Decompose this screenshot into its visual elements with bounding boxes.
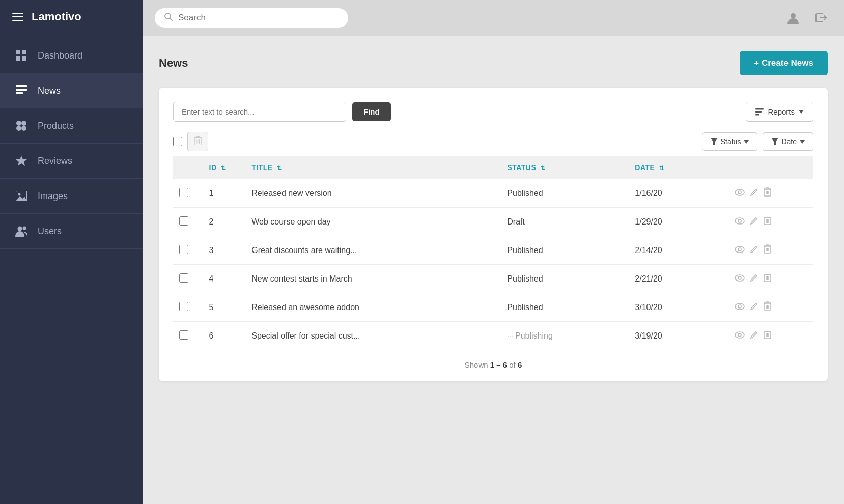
svg-rect-20 bbox=[755, 108, 764, 110]
row-checkbox[interactable] bbox=[179, 188, 188, 197]
svg-point-53 bbox=[738, 248, 741, 251]
svg-point-52 bbox=[735, 246, 744, 253]
reports-label: Reports bbox=[768, 107, 795, 116]
news-card: Find Reports Status bbox=[159, 88, 828, 381]
svg-point-13 bbox=[18, 193, 21, 196]
col-actions-header bbox=[728, 156, 813, 179]
status-filter-button[interactable]: Status bbox=[702, 132, 758, 151]
col-date-header[interactable]: DATE ⇅ bbox=[629, 156, 728, 179]
table-row: 5Released an awesome addonPublished3/10/… bbox=[173, 293, 813, 322]
svg-rect-29 bbox=[196, 136, 200, 137]
row-checkbox[interactable] bbox=[179, 273, 188, 283]
svg-point-79 bbox=[735, 332, 744, 338]
title-sort-icon: ⇅ bbox=[277, 165, 282, 171]
status-sort-icon: ⇅ bbox=[541, 165, 546, 171]
users-icon bbox=[14, 224, 29, 238]
sidebar-item-users[interactable]: Users bbox=[0, 214, 143, 249]
svg-marker-33 bbox=[800, 140, 805, 144]
svg-point-70 bbox=[735, 303, 744, 310]
svg-marker-11 bbox=[16, 156, 27, 166]
table-row: 4New contest starts in MarchPublished2/2… bbox=[173, 265, 813, 293]
topbar-search-input[interactable] bbox=[178, 13, 339, 23]
delete-icon[interactable] bbox=[764, 244, 771, 256]
sidebar-item-products[interactable]: Products bbox=[0, 108, 143, 144]
edit-icon[interactable] bbox=[750, 245, 758, 256]
svg-line-18 bbox=[170, 18, 173, 21]
row-id: 3 bbox=[203, 236, 246, 265]
row-checkbox[interactable] bbox=[179, 245, 188, 254]
sidebar-item-news[interactable]: News bbox=[0, 73, 143, 108]
svg-rect-26 bbox=[198, 139, 199, 144]
svg-line-63 bbox=[756, 275, 757, 276]
svg-marker-14 bbox=[16, 196, 27, 201]
table-row: 2Web course open dayDraft1/29/20 bbox=[173, 208, 813, 236]
svg-point-15 bbox=[18, 227, 22, 231]
table-row: 1Released new versionPublished1/16/20 bbox=[173, 179, 813, 208]
sidebar-item-images[interactable]: Images bbox=[0, 179, 143, 214]
sidebar-item-reviews[interactable]: Reviews bbox=[0, 144, 143, 179]
filter-search-input[interactable] bbox=[173, 102, 346, 122]
delete-icon[interactable] bbox=[764, 187, 771, 199]
row-title: Special offer for special cust... bbox=[245, 322, 501, 350]
svg-point-80 bbox=[738, 333, 741, 337]
sidebar-item-products-label: Products bbox=[38, 121, 74, 131]
edit-icon[interactable] bbox=[750, 188, 758, 199]
date-filter-label: Date bbox=[781, 137, 797, 146]
row-id: 5 bbox=[203, 293, 246, 322]
col-check-header bbox=[173, 156, 203, 179]
sidebar-item-users-label: Users bbox=[38, 226, 62, 237]
row-actions bbox=[728, 265, 813, 293]
id-sort-icon: ⇅ bbox=[221, 165, 226, 171]
svg-point-7 bbox=[16, 121, 21, 126]
row-status: Published bbox=[501, 236, 629, 265]
svg-point-8 bbox=[21, 121, 26, 126]
col-title-header[interactable]: TITLE ⇅ bbox=[245, 156, 501, 179]
create-news-button[interactable]: + Create News bbox=[740, 51, 828, 75]
search-icon bbox=[164, 12, 173, 24]
col-id-header[interactable]: ID ⇅ bbox=[203, 156, 246, 179]
table-row: 3Great discounts are waiting...Published… bbox=[173, 236, 813, 265]
logout-icon[interactable] bbox=[811, 8, 832, 28]
svg-point-34 bbox=[735, 189, 744, 195]
edit-icon[interactable] bbox=[750, 216, 758, 228]
edit-icon[interactable] bbox=[750, 302, 758, 313]
svg-rect-27 bbox=[199, 139, 200, 144]
news-table: ID ⇅ TITLE ⇅ STATUS ⇅ DATE bbox=[173, 156, 813, 350]
date-filter-button[interactable]: Date bbox=[763, 132, 813, 151]
svg-point-43 bbox=[735, 218, 744, 224]
reports-button[interactable]: Reports bbox=[746, 102, 813, 122]
row-checkbox[interactable] bbox=[179, 302, 188, 311]
row-checkbox[interactable] bbox=[179, 216, 188, 226]
row-status: Draft bbox=[501, 208, 629, 236]
edit-icon[interactable] bbox=[750, 273, 758, 285]
row-checkbox[interactable] bbox=[179, 330, 188, 340]
sidebar-item-dashboard[interactable]: Dashboard bbox=[0, 38, 143, 73]
delete-icon[interactable] bbox=[764, 216, 771, 228]
user-icon[interactable] bbox=[783, 8, 803, 28]
search-wrapper bbox=[155, 8, 348, 28]
view-icon[interactable] bbox=[735, 274, 745, 284]
delete-icon[interactable] bbox=[764, 301, 771, 313]
view-icon[interactable] bbox=[735, 188, 745, 199]
sidebar-logo: Lamotivo bbox=[0, 0, 143, 34]
svg-line-81 bbox=[756, 332, 757, 333]
svg-line-45 bbox=[756, 218, 757, 219]
view-icon[interactable] bbox=[735, 217, 745, 227]
row-id: 4 bbox=[203, 265, 246, 293]
svg-rect-1 bbox=[22, 50, 26, 54]
select-all-checkbox[interactable] bbox=[173, 137, 182, 146]
pagination-bar: Shown 1 – 6 of 6 bbox=[173, 350, 813, 371]
find-button[interactable]: Find bbox=[352, 102, 391, 121]
delete-icon[interactable] bbox=[764, 273, 771, 285]
view-icon[interactable] bbox=[735, 331, 745, 341]
dashboard-icon bbox=[14, 48, 29, 63]
delete-icon[interactable] bbox=[764, 330, 771, 342]
bulk-delete-button[interactable] bbox=[187, 132, 208, 151]
view-icon[interactable] bbox=[735, 245, 745, 256]
svg-rect-25 bbox=[196, 139, 197, 144]
edit-icon[interactable] bbox=[750, 330, 758, 342]
hamburger-icon[interactable] bbox=[12, 13, 23, 21]
view-icon[interactable] bbox=[735, 302, 745, 313]
col-status-header[interactable]: STATUS ⇅ bbox=[501, 156, 629, 179]
products-icon bbox=[14, 119, 29, 133]
